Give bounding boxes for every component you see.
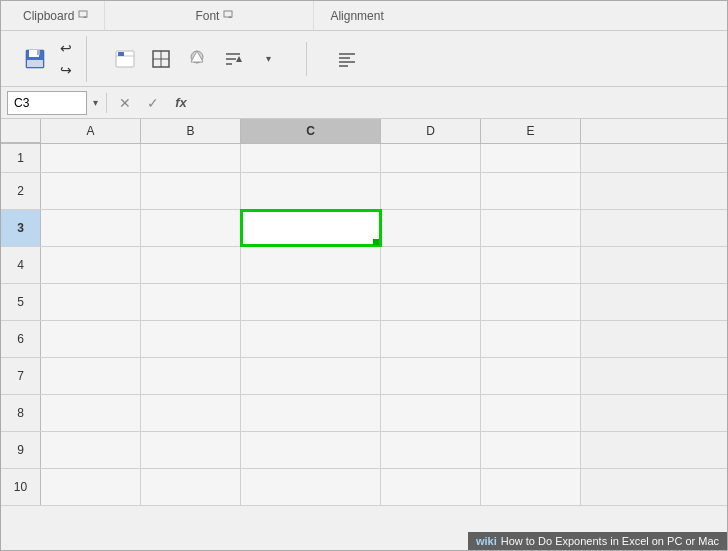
cell-a7[interactable] xyxy=(41,358,141,394)
col-header-b[interactable]: B xyxy=(141,119,241,143)
row-header-9[interactable]: 9 xyxy=(1,432,41,468)
cell-d5[interactable] xyxy=(381,284,481,320)
cell-e9[interactable] xyxy=(481,432,581,468)
font-dialog-button[interactable] xyxy=(110,44,140,74)
formula-input[interactable] xyxy=(195,91,721,115)
cell-d10[interactable] xyxy=(381,469,481,505)
cell-c7[interactable] xyxy=(241,358,381,394)
table-row: 7 xyxy=(1,358,727,395)
more-button[interactable]: ▾ xyxy=(254,44,284,74)
name-box-dropdown[interactable]: ▾ xyxy=(93,97,98,108)
cell-e8[interactable] xyxy=(481,395,581,431)
cell-a2[interactable] xyxy=(41,173,141,209)
cell-a10[interactable] xyxy=(41,469,141,505)
alignment-group-header: Alignment xyxy=(314,1,399,30)
row-header-8[interactable]: 8 xyxy=(1,395,41,431)
col-header-e[interactable]: E xyxy=(481,119,581,143)
cell-d3[interactable] xyxy=(381,210,481,246)
name-box[interactable]: C3 xyxy=(7,91,87,115)
cell-c2[interactable] xyxy=(241,173,381,209)
cell-b7[interactable] xyxy=(141,358,241,394)
cell-e3[interactable] xyxy=(481,210,581,246)
cell-b3[interactable] xyxy=(141,210,241,246)
cell-b10[interactable] xyxy=(141,469,241,505)
borders-button[interactable] xyxy=(146,44,176,74)
cell-a1[interactable] xyxy=(41,144,141,172)
sort-button[interactable] xyxy=(218,44,248,74)
row-header-2[interactable]: 2 xyxy=(1,173,41,209)
cell-c9[interactable] xyxy=(241,432,381,468)
cell-a6[interactable] xyxy=(41,321,141,357)
confirm-formula-button[interactable]: ✓ xyxy=(143,95,163,111)
row-header-1[interactable]: 1 xyxy=(1,144,41,172)
ribbon-header: Clipboard Font Alignment xyxy=(1,1,727,31)
cell-e5[interactable] xyxy=(481,284,581,320)
cell-a9[interactable] xyxy=(41,432,141,468)
cell-d7[interactable] xyxy=(381,358,481,394)
cell-c4[interactable] xyxy=(241,247,381,283)
cell-b2[interactable] xyxy=(141,173,241,209)
cell-c5[interactable] xyxy=(241,284,381,320)
spreadsheet: A B C D E 1 2 xyxy=(1,119,727,550)
undo-button[interactable]: ↩ xyxy=(56,38,76,58)
cell-b1[interactable] xyxy=(141,144,241,172)
cell-b6[interactable] xyxy=(141,321,241,357)
cancel-formula-button[interactable]: ✕ xyxy=(115,95,135,111)
table-row: 10 xyxy=(1,469,727,506)
cell-e7[interactable] xyxy=(481,358,581,394)
table-row: 3 xyxy=(1,210,727,247)
fill-handle[interactable] xyxy=(373,239,379,245)
clipboard-expand-icon[interactable] xyxy=(78,10,88,22)
cell-c8[interactable] xyxy=(241,395,381,431)
cell-c1[interactable] xyxy=(241,144,381,172)
row-header-6[interactable]: 6 xyxy=(1,321,41,357)
cell-e2[interactable] xyxy=(481,173,581,209)
table-row: 8 xyxy=(1,395,727,432)
row-header-4[interactable]: 4 xyxy=(1,247,41,283)
cell-c3[interactable] xyxy=(241,210,381,246)
cell-d4[interactable] xyxy=(381,247,481,283)
alignment-section xyxy=(307,42,387,76)
excel-window: Clipboard Font Alignment xyxy=(0,0,728,551)
save-button[interactable] xyxy=(17,41,53,77)
cell-e6[interactable] xyxy=(481,321,581,357)
cell-e4[interactable] xyxy=(481,247,581,283)
cell-b4[interactable] xyxy=(141,247,241,283)
cell-b9[interactable] xyxy=(141,432,241,468)
wiki-brand: wiki xyxy=(476,535,497,547)
clipboard-section: ↩ ↪ xyxy=(7,36,87,82)
table-row: 1 xyxy=(1,144,727,173)
cell-b5[interactable] xyxy=(141,284,241,320)
cell-a4[interactable] xyxy=(41,247,141,283)
formula-bar-separator xyxy=(106,93,107,113)
cell-c6[interactable] xyxy=(241,321,381,357)
cell-d8[interactable] xyxy=(381,395,481,431)
col-header-c[interactable]: C xyxy=(241,119,381,143)
cell-e1[interactable] xyxy=(481,144,581,172)
cell-a8[interactable] xyxy=(41,395,141,431)
cell-d6[interactable] xyxy=(381,321,481,357)
alignment-label: Alignment xyxy=(330,9,383,23)
redo-button[interactable]: ↪ xyxy=(56,60,76,80)
font-expand-icon[interactable] xyxy=(223,10,233,22)
cell-b8[interactable] xyxy=(141,395,241,431)
insert-function-button[interactable]: fx xyxy=(171,95,191,110)
font-section: ▾ xyxy=(87,42,307,76)
row-header-3[interactable]: 3 xyxy=(1,210,41,246)
table-row: 6 xyxy=(1,321,727,358)
cell-a5[interactable] xyxy=(41,284,141,320)
cell-d9[interactable] xyxy=(381,432,481,468)
cell-e10[interactable] xyxy=(481,469,581,505)
cell-d1[interactable] xyxy=(381,144,481,172)
cell-a3[interactable] xyxy=(41,210,141,246)
row-header-10[interactable]: 10 xyxy=(1,469,41,505)
cell-d2[interactable] xyxy=(381,173,481,209)
align-left-button[interactable] xyxy=(332,44,362,74)
col-header-d[interactable]: D xyxy=(381,119,481,143)
svg-rect-10 xyxy=(118,52,124,56)
row-header-5[interactable]: 5 xyxy=(1,284,41,320)
col-header-a[interactable]: A xyxy=(41,119,141,143)
cell-c10[interactable] xyxy=(241,469,381,505)
fill-color-button[interactable] xyxy=(182,44,212,74)
row-header-7[interactable]: 7 xyxy=(1,358,41,394)
